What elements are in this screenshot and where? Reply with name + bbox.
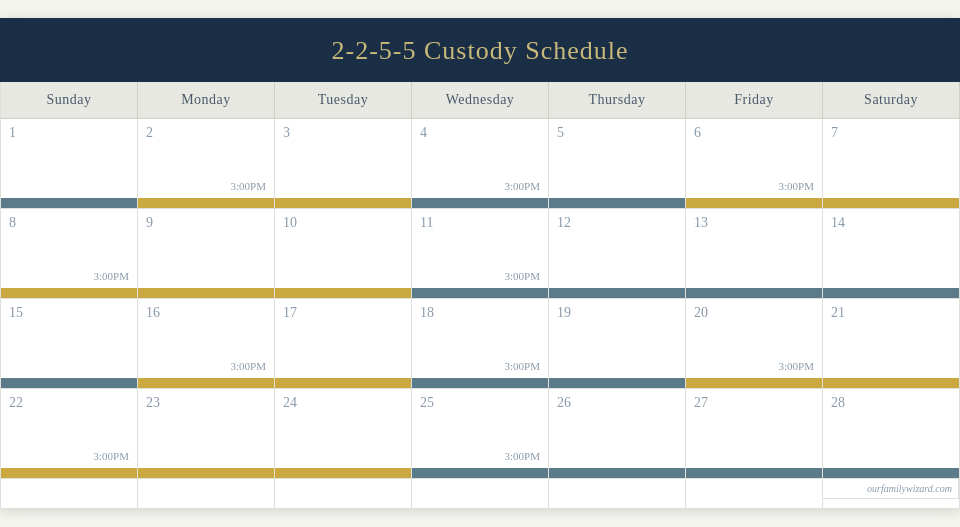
cell-color-bar <box>823 468 959 478</box>
cell-color-bar <box>1 288 137 298</box>
cell-color-bar <box>412 468 548 478</box>
cell-day-number: 18 <box>420 305 540 321</box>
calendar-cell: 183:00PM <box>412 299 549 389</box>
cell-day-number: 9 <box>146 215 266 231</box>
cell-day-number: 1 <box>9 125 129 141</box>
calendar-cell: 223:00PM <box>1 389 138 479</box>
cell-color-bar <box>1 468 137 478</box>
calendar-cell: 23:00PM <box>138 119 275 209</box>
calendar-cell: 7 <box>823 119 960 209</box>
cell-day-number: 16 <box>146 305 266 321</box>
cell-color-bar <box>549 468 685 478</box>
cell-color-bar <box>549 288 685 298</box>
day-header-monday: Monday <box>138 82 275 119</box>
day-header-saturday: Saturday <box>823 82 960 119</box>
cell-time: 3:00PM <box>9 450 129 466</box>
calendar-grid: SundayMondayTuesdayWednesdayThursdayFrid… <box>0 82 960 509</box>
calendar-cell: 5 <box>549 119 686 209</box>
cell-color-bar <box>1 378 137 388</box>
cell-color-bar <box>275 288 411 298</box>
cell-day-number: 12 <box>557 215 677 231</box>
calendar-cell: 10 <box>275 209 412 299</box>
calendar-cell-empty <box>686 479 823 509</box>
calendar-cell: 203:00PM <box>686 299 823 389</box>
cell-day-number: 8 <box>9 215 129 231</box>
cell-day-number: 15 <box>9 305 129 321</box>
cell-color-bar <box>686 198 822 208</box>
cell-day-number: 13 <box>694 215 814 231</box>
calendar-cell: 113:00PM <box>412 209 549 299</box>
cell-color-bar <box>686 468 822 478</box>
cell-time: 3:00PM <box>420 360 540 376</box>
day-header-tuesday: Tuesday <box>275 82 412 119</box>
cell-color-bar <box>823 378 959 388</box>
cell-day-number: 10 <box>283 215 403 231</box>
cell-day-number: 28 <box>831 395 951 411</box>
day-header-wednesday: Wednesday <box>412 82 549 119</box>
cell-day-number: 11 <box>420 215 540 231</box>
cell-time: 3:00PM <box>420 450 540 466</box>
cell-day-number: 20 <box>694 305 814 321</box>
calendar-cell: 43:00PM <box>412 119 549 209</box>
cell-day-number: 21 <box>831 305 951 321</box>
day-header-friday: Friday <box>686 82 823 119</box>
cell-day-number: 3 <box>283 125 403 141</box>
calendar-cell: 24 <box>275 389 412 479</box>
cell-color-bar <box>275 468 411 478</box>
calendar-container: 2-2-5-5 Custody Schedule SundayMondayTue… <box>0 18 960 509</box>
cell-time: 3:00PM <box>146 180 266 196</box>
cell-time: 3:00PM <box>420 180 540 196</box>
calendar-cell: 21 <box>823 299 960 389</box>
calendar-cell: 13 <box>686 209 823 299</box>
calendar-cell: 12 <box>549 209 686 299</box>
calendar-cell: 253:00PM <box>412 389 549 479</box>
cell-color-bar <box>138 198 274 208</box>
cell-day-number: 2 <box>146 125 266 141</box>
calendar-cell: 26 <box>549 389 686 479</box>
cell-color-bar <box>686 378 822 388</box>
calendar-cell: 163:00PM <box>138 299 275 389</box>
calendar-cell-empty <box>412 479 549 509</box>
cell-day-number: 4 <box>420 125 540 141</box>
cell-color-bar <box>138 468 274 478</box>
cell-color-bar <box>412 198 548 208</box>
cell-day-number: 17 <box>283 305 403 321</box>
day-header-thursday: Thursday <box>549 82 686 119</box>
cell-day-number: 5 <box>557 125 677 141</box>
calendar-cell-empty <box>275 479 412 509</box>
calendar-cell: 83:00PM <box>1 209 138 299</box>
cell-color-bar <box>138 378 274 388</box>
calendar-title: 2-2-5-5 Custody Schedule <box>0 18 960 82</box>
cell-day-number: 22 <box>9 395 129 411</box>
cell-color-bar <box>275 198 411 208</box>
cell-time: 3:00PM <box>694 180 814 196</box>
cell-color-bar <box>1 198 137 208</box>
calendar-cell-empty <box>549 479 686 509</box>
calendar-cell: 23 <box>138 389 275 479</box>
cell-color-bar <box>549 378 685 388</box>
cell-color-bar <box>823 288 959 298</box>
cell-color-bar <box>549 198 685 208</box>
cell-color-bar <box>412 378 548 388</box>
calendar-cell: 15 <box>1 299 138 389</box>
cell-day-number: 25 <box>420 395 540 411</box>
calendar-cell: 28 <box>823 389 960 479</box>
cell-time: 3:00PM <box>9 270 129 286</box>
cell-day-number: 7 <box>831 125 951 141</box>
calendar-cell-empty <box>1 479 138 509</box>
calendar-cell-empty: ourfamilywizard.com <box>823 479 960 509</box>
calendar-cell: 9 <box>138 209 275 299</box>
cell-color-bar <box>138 288 274 298</box>
calendar-cell: 3 <box>275 119 412 209</box>
cell-day-number: 19 <box>557 305 677 321</box>
calendar-cell: 63:00PM <box>686 119 823 209</box>
calendar-cell: 27 <box>686 389 823 479</box>
cell-time: 3:00PM <box>146 360 266 376</box>
cell-color-bar <box>412 288 548 298</box>
cell-color-bar <box>275 378 411 388</box>
cell-day-number: 23 <box>146 395 266 411</box>
calendar-cell: 19 <box>549 299 686 389</box>
day-header-sunday: Sunday <box>1 82 138 119</box>
calendar-cell: 14 <box>823 209 960 299</box>
watermark: ourfamilywizard.com <box>823 479 959 499</box>
